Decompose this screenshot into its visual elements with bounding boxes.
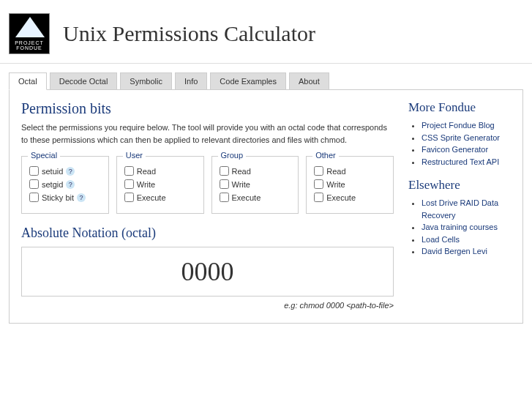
group-read-row[interactable]: Read bbox=[220, 166, 291, 176]
link-rst-api[interactable]: Restructured Text API bbox=[422, 157, 499, 166]
setuid-row[interactable]: setuid? bbox=[29, 166, 101, 176]
setuid-checkbox[interactable] bbox=[29, 166, 39, 176]
logo[interactable]: PROJECT FONDUE bbox=[9, 13, 50, 54]
user-execute-row[interactable]: Execute bbox=[124, 193, 196, 202]
group-group: Group Read Write Execute bbox=[211, 156, 299, 214]
permission-bits-heading: Permission bits bbox=[21, 100, 394, 117]
tab-code-examples[interactable]: Code Examples bbox=[210, 72, 286, 89]
list-item: Lost Drive RAID Data Recovery bbox=[422, 197, 511, 221]
setgid-checkbox[interactable] bbox=[29, 179, 39, 189]
content: Permission bits Select the permissions y… bbox=[9, 89, 523, 324]
link-favicon[interactable]: Favicon Generator bbox=[422, 145, 488, 154]
page-title: Unix Permissions Calculator bbox=[63, 21, 315, 46]
list-item: Favicon Generator bbox=[422, 143, 511, 156]
list-item: Restructured Text API bbox=[422, 156, 511, 168]
tab-about[interactable]: About bbox=[289, 72, 329, 89]
list-item: Java training courses bbox=[422, 221, 511, 234]
legend-group: Group bbox=[218, 151, 247, 160]
link-java[interactable]: Java training courses bbox=[422, 223, 498, 231]
group-execute-checkbox[interactable] bbox=[220, 193, 229, 202]
sticky-label: Sticky bit bbox=[42, 193, 74, 202]
link-bergen-levi[interactable]: David Bergen Levi bbox=[422, 247, 487, 256]
legend-user: User bbox=[123, 151, 146, 160]
user-read-row[interactable]: Read bbox=[124, 166, 196, 176]
intro-text: Select the permissions you require below… bbox=[21, 122, 394, 146]
link-raid[interactable]: Lost Drive RAID Data Recovery bbox=[422, 198, 498, 220]
group-other: Other Read Write Execute bbox=[306, 156, 394, 214]
list-item: CSS Sprite Generator bbox=[422, 132, 511, 144]
help-icon[interactable]: ? bbox=[66, 167, 75, 176]
user-read-checkbox[interactable] bbox=[124, 166, 134, 176]
other-execute-row[interactable]: Execute bbox=[314, 193, 386, 202]
list-item: David Bergen Levi bbox=[422, 245, 511, 258]
group-write-checkbox[interactable] bbox=[220, 179, 229, 189]
logo-text: PROJECT FONDUE bbox=[15, 40, 44, 53]
permission-groups: Special setuid? setgid? Sticky bit? User… bbox=[21, 156, 394, 214]
link-css-sprite[interactable]: CSS Sprite Generator bbox=[422, 133, 500, 142]
header: PROJECT FONDUE Unix Permissions Calculat… bbox=[0, 0, 532, 64]
octal-display: 0000 bbox=[21, 247, 394, 297]
list-item: Load Cells bbox=[422, 234, 511, 246]
example-text: e.g: chmod 0000 <path-to-file> bbox=[21, 301, 394, 310]
other-write-checkbox[interactable] bbox=[314, 179, 323, 189]
group-write-row[interactable]: Write bbox=[220, 179, 291, 189]
tabs: Octal Decode Octal Symbolic Info Code Ex… bbox=[0, 64, 532, 89]
mountain-icon bbox=[15, 17, 45, 37]
other-write-row[interactable]: Write bbox=[314, 179, 386, 189]
tab-info[interactable]: Info bbox=[175, 72, 207, 89]
user-execute-checkbox[interactable] bbox=[124, 193, 134, 202]
link-load-cells[interactable]: Load Cells bbox=[422, 235, 460, 244]
other-read-checkbox[interactable] bbox=[314, 166, 323, 176]
sticky-row[interactable]: Sticky bit? bbox=[29, 193, 101, 202]
group-special: Special setuid? setgid? Sticky bit? bbox=[21, 156, 109, 214]
user-write-checkbox[interactable] bbox=[124, 179, 134, 189]
setgid-label: setgid bbox=[42, 180, 63, 189]
main-panel: Permission bits Select the permissions y… bbox=[21, 100, 408, 310]
setgid-row[interactable]: setgid? bbox=[29, 179, 101, 189]
sticky-checkbox[interactable] bbox=[29, 193, 39, 202]
group-read-checkbox[interactable] bbox=[220, 166, 229, 176]
elsewhere-heading: Elsewhere bbox=[408, 178, 511, 193]
absolute-notation-heading: Absolute Notation (octal) bbox=[21, 225, 394, 241]
other-read-row[interactable]: Read bbox=[314, 166, 386, 176]
tab-decode-octal[interactable]: Decode Octal bbox=[50, 72, 118, 89]
legend-special: Special bbox=[28, 151, 60, 160]
more-fondue-heading: More Fondue bbox=[408, 100, 511, 115]
tab-octal[interactable]: Octal bbox=[9, 72, 47, 90]
tab-symbolic[interactable]: Symbolic bbox=[120, 72, 172, 89]
group-execute-row[interactable]: Execute bbox=[220, 193, 291, 202]
other-execute-checkbox[interactable] bbox=[314, 193, 323, 202]
elsewhere-list: Lost Drive RAID Data Recovery Java train… bbox=[408, 197, 511, 258]
link-blog[interactable]: Project Fondue Blog bbox=[422, 121, 495, 130]
help-icon[interactable]: ? bbox=[66, 180, 75, 189]
setuid-label: setuid bbox=[42, 167, 63, 176]
group-user: User Read Write Execute bbox=[116, 156, 204, 214]
more-fondue-list: Project Fondue Blog CSS Sprite Generator… bbox=[408, 119, 511, 168]
list-item: Project Fondue Blog bbox=[422, 119, 511, 132]
user-write-row[interactable]: Write bbox=[124, 179, 196, 189]
legend-other: Other bbox=[312, 151, 339, 160]
sidebar: More Fondue Project Fondue Blog CSS Spri… bbox=[408, 100, 511, 310]
help-icon[interactable]: ? bbox=[77, 193, 86, 202]
